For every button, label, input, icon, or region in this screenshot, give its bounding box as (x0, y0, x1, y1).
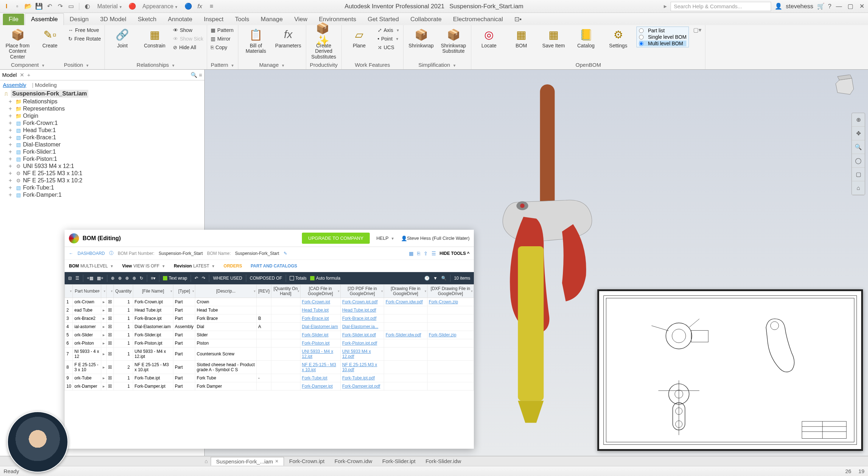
totals-toggle[interactable]: Totals (290, 276, 307, 281)
file-link[interactable]: Fork-Slider.ipt (302, 332, 328, 337)
column-header[interactable]: Part Number▾ (73, 285, 101, 298)
file-link[interactable]: Fork-Crown.zip (429, 299, 458, 304)
row-expand-icon[interactable]: ▸ (103, 384, 105, 389)
row-expand-icon[interactable]: ▸ (103, 299, 105, 304)
maximize-button[interactable]: ▢ (846, 3, 854, 10)
table-row[interactable]: 5ork-Slider▸☒1Fork-Slider.iptPartSliderF… (65, 331, 474, 339)
locate-button[interactable]: ◎Locate (475, 27, 503, 48)
tree-part[interactable]: +▧Fork-Crown:1 (3, 120, 201, 127)
table-row[interactable]: 7NI 5933 - 4 x 12▸☒1UNI 5933 - M4 x 12.i… (65, 347, 474, 361)
table-row[interactable]: 10ork-Damper▸☒1Fork-Damper.iptPartFork D… (65, 382, 474, 391)
close-icon[interactable]: ✕ (275, 459, 279, 464)
row-expand-icon[interactable]: ▸ (103, 332, 105, 337)
favorites-button[interactable]: 🛒 (817, 3, 825, 10)
document-tab[interactable]: Fork-Slider.idw (420, 457, 466, 466)
tree-folder[interactable]: +📁Representations (3, 105, 201, 112)
history-icon[interactable]: 🕑 (424, 276, 430, 281)
row-expand-icon[interactable]: ▸ (103, 375, 105, 381)
document-tab[interactable]: Fork-Crown.idw (330, 457, 377, 466)
add-row-button[interactable]: +▦ (87, 276, 93, 281)
tree-part[interactable]: +⚙NF E 25-125 M3 x 10:2 (3, 177, 201, 184)
file-link[interactable]: Fork-Brace.ipt (302, 316, 329, 321)
file-link[interactable]: Head Tube.ipt.pdf (342, 308, 376, 313)
composed-of-button[interactable]: COMPOSED OF (250, 276, 282, 281)
help-dropdown[interactable]: HELP ▼ (376, 235, 394, 241)
row-expand-icon[interactable]: ▸ (103, 365, 105, 370)
file-link[interactable]: Fork-Crown.ipt.pdf (342, 299, 378, 304)
single-level-radio[interactable]: Single level BOM (639, 34, 686, 40)
tab-manage[interactable]: Manage (255, 14, 288, 25)
catalog-button[interactable]: 📒Catalog (572, 27, 600, 48)
text-wrap-toggle[interactable]: Text wrap (163, 276, 187, 281)
bom-table[interactable]: ▾Part Number▾▾▾Quantity▾[File Name]▾[Typ… (65, 284, 474, 449)
share-icon[interactable]: ⇪ (424, 251, 428, 256)
row-expand-icon[interactable]: ▸ (103, 351, 105, 356)
ucs-button[interactable]: ⤭ UCS (378, 44, 400, 51)
column-header[interactable]: [Descrip...▾ (195, 285, 257, 298)
orbit-button[interactable]: ◯ (852, 154, 865, 168)
plus-btn-2[interactable]: ⊕ (118, 276, 122, 281)
appearance-dropdown[interactable]: Appearance▼ (143, 3, 178, 10)
view-filter[interactable]: ViewVIEW IS OFF ▼ (122, 263, 165, 269)
file-link[interactable]: Fork-Crown.idw.pdf (386, 299, 423, 304)
minimize-button[interactable]: — (835, 3, 843, 10)
free-rotate-button[interactable]: ↻ Free Rotate (68, 35, 101, 42)
plane-button[interactable]: ▱Plane (345, 27, 373, 48)
shrinkwrap-button[interactable]: 📦Shrinkwrap (407, 27, 435, 48)
align-button[interactable]: ≡▾ (151, 276, 155, 281)
settings-button[interactable]: ⚙Settings (604, 27, 632, 48)
column-header[interactable]: ▾ (101, 285, 107, 298)
home-button[interactable]: ⌂ (852, 181, 865, 195)
add-col-button[interactable]: ▦+ (97, 276, 103, 281)
pattern-button[interactable]: ▦ Pattern (211, 27, 233, 34)
document-tab[interactable]: Fork-Slider.ipt (377, 457, 421, 466)
plus-btn-3[interactable]: ⊕ (125, 276, 129, 281)
orders-link[interactable]: ORDERS (224, 263, 242, 269)
panel-add-icon[interactable]: + (27, 72, 31, 78)
point-button[interactable]: • Point ▼ (378, 35, 400, 42)
document-tab[interactable]: Fork-Crown.ipt (284, 457, 329, 466)
create-derived-substitutes-button[interactable]: 📦✨Create Derived Substitutes (310, 27, 338, 60)
file-link[interactable]: Dial-Elastomer.ia... (342, 324, 378, 329)
file-link[interactable]: Fork-Slider.zip (429, 332, 457, 337)
file-link[interactable]: Fork-Damper.ipt.pdf (342, 384, 380, 389)
column-header[interactable]: ▾ (107, 285, 114, 298)
file-link[interactable]: Dial-Elastomer.iam (302, 324, 338, 329)
file-link[interactable]: NF E 25-125 - M3 x 10.ipt (302, 362, 336, 372)
show-sick-button[interactable]: 👁 Show Sick (173, 35, 203, 42)
column-header[interactable]: [CAD File in GoogleDrive]▾ (300, 285, 340, 298)
tree-part[interactable]: +⚙NF E 25-125 M3 x 10:1 (3, 170, 201, 177)
revision-filter[interactable]: RevisionLATEST ▼ (174, 263, 215, 269)
redo-button[interactable]: ↷ (56, 2, 65, 11)
plus-btn-1[interactable]: ⊕ (111, 276, 115, 281)
column-header[interactable]: [2D PDF File in GoogleDrive]▾ (341, 285, 384, 298)
tree-part[interactable]: +▧Head Tube:1 (3, 127, 201, 134)
joint-button[interactable]: 🔗Joint (108, 27, 136, 48)
material-swatch[interactable]: ◐ (83, 2, 92, 11)
parameters-button[interactable]: fxParameters (274, 27, 302, 48)
cloud-button[interactable]: ≡ (207, 2, 216, 11)
copy-icon[interactable]: ⎘ (417, 251, 420, 256)
grid-icon[interactable]: ▦ (409, 251, 414, 256)
save-button[interactable]: 💾 (34, 2, 43, 11)
file-link[interactable]: Fork-Slider.idw.pdf (386, 332, 421, 337)
row-expand-icon[interactable]: ▸ (103, 341, 105, 346)
place-from-content-center-button[interactable]: 📦Place from Content Center (4, 27, 32, 60)
undo-button[interactable]: ↶ (45, 2, 54, 11)
pan-button[interactable]: ✥ (852, 127, 865, 140)
bom-level-filter[interactable]: BOMMULTI-LEVEL ▼ (69, 263, 113, 269)
tree-part[interactable]: +▧Fork-Piston:1 (3, 155, 201, 163)
file-link[interactable]: Fork-Brace.ipt.pdf (342, 316, 376, 321)
appearance-swatch[interactable]: 🔴 (128, 2, 137, 11)
table-row[interactable]: 9ork-Tube▸☒1Fork-Tube.iptPartFork Tube-F… (65, 374, 474, 382)
tab-3d-model[interactable]: 3D Model (94, 14, 132, 25)
dashboard-link[interactable]: DASHBOARD (78, 251, 105, 256)
part-catalogs-link[interactable]: PART AND CATALOGS (251, 263, 297, 269)
file-link[interactable]: Fork-Tube.ipt.pdf (342, 375, 375, 381)
plus-btn-4[interactable]: ⊕ (132, 276, 136, 281)
copy-button[interactable]: ⎘ Copy (211, 44, 233, 51)
redo-button-2[interactable]: ↷ (202, 276, 205, 281)
tab-collaborate[interactable]: Collaborate (405, 14, 447, 25)
tree-part[interactable]: +▧Fork-Tube:1 (3, 184, 201, 191)
file-tab[interactable]: File (3, 14, 24, 25)
